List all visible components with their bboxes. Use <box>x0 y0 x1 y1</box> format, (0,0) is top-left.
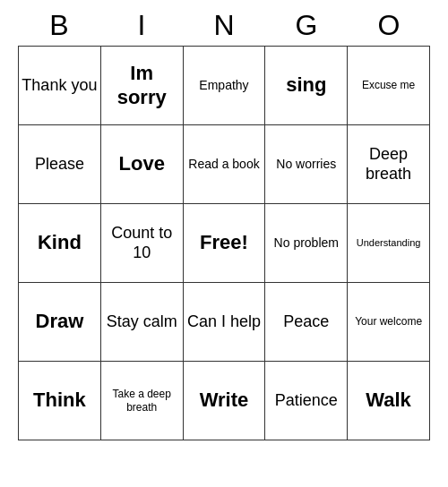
bingo-cell-10: Kind <box>19 204 101 283</box>
bingo-cell-19: Your welcome <box>348 283 430 362</box>
cell-text-13: No problem <box>274 235 339 251</box>
cell-text-19: Your welcome <box>355 315 422 328</box>
bingo-cell-21: Take a deep breath <box>101 362 184 440</box>
cell-text-8: No worries <box>276 157 336 172</box>
header-letter-B: B <box>18 7 100 44</box>
bingo-cell-1: Im sorry <box>101 47 184 125</box>
cell-text-0: Thank you <box>22 76 97 96</box>
bingo-header: BINGO <box>18 7 430 44</box>
bingo-cell-8: No worries <box>265 125 348 204</box>
cell-text-7: Read a book <box>188 157 259 172</box>
bingo-cell-18: Peace <box>265 283 348 362</box>
cell-text-3: sing <box>286 73 326 97</box>
cell-text-24: Walk <box>366 389 411 412</box>
cell-text-4: Excuse me <box>362 79 415 91</box>
bingo-cell-20: Think <box>19 362 101 440</box>
cell-text-18: Peace <box>283 312 329 332</box>
bingo-cell-12: Free! <box>184 204 266 283</box>
cell-text-21: Take a deep breath <box>104 388 180 414</box>
header-letter-I: I <box>100 7 183 44</box>
cell-text-20: Think <box>33 389 86 412</box>
bingo-cell-5: Please <box>19 125 101 204</box>
header-letter-O: O <box>348 7 430 44</box>
cell-text-15: Draw <box>36 310 84 333</box>
bingo-cell-17: Can I help <box>184 283 266 362</box>
cell-text-23: Patience <box>275 391 338 411</box>
bingo-cell-7: Read a book <box>184 125 266 204</box>
cell-text-2: Empathy <box>199 78 248 93</box>
header-letter-G: G <box>265 7 348 44</box>
bingo-cell-23: Patience <box>265 362 348 440</box>
bingo-cell-4: Excuse me <box>348 47 430 125</box>
cell-text-16: Stay calm <box>107 312 177 332</box>
cell-text-14: Understanding <box>357 237 421 249</box>
cell-text-22: Write <box>200 389 249 412</box>
bingo-cell-2: Empathy <box>184 47 266 125</box>
cell-text-5: Please <box>35 155 84 175</box>
cell-text-9: Deep breath <box>350 145 426 184</box>
cell-text-17: Can I help <box>187 312 261 332</box>
cell-text-11: Count to 10 <box>104 224 180 262</box>
cell-text-6: Love <box>119 152 165 175</box>
bingo-cell-16: Stay calm <box>101 283 184 362</box>
cell-text-10: Kind <box>38 231 82 254</box>
header-letter-N: N <box>183 7 265 44</box>
bingo-cell-0: Thank you <box>19 47 101 125</box>
bingo-cell-15: Draw <box>19 283 101 362</box>
bingo-cell-13: No problem <box>265 204 348 283</box>
bingo-cell-9: Deep breath <box>348 125 430 204</box>
cell-text-1: Im sorry <box>104 62 180 109</box>
bingo-cell-24: Walk <box>348 362 430 440</box>
bingo-cell-3: sing <box>265 47 348 125</box>
bingo-cell-6: Love <box>101 125 184 204</box>
bingo-grid: Thank youIm sorryEmpathysingExcuse mePle… <box>18 46 430 440</box>
bingo-cell-11: Count to 10 <box>101 204 184 283</box>
bingo-cell-22: Write <box>184 362 266 440</box>
bingo-cell-14: Understanding <box>348 204 430 283</box>
cell-text-12: Free! <box>200 231 248 254</box>
